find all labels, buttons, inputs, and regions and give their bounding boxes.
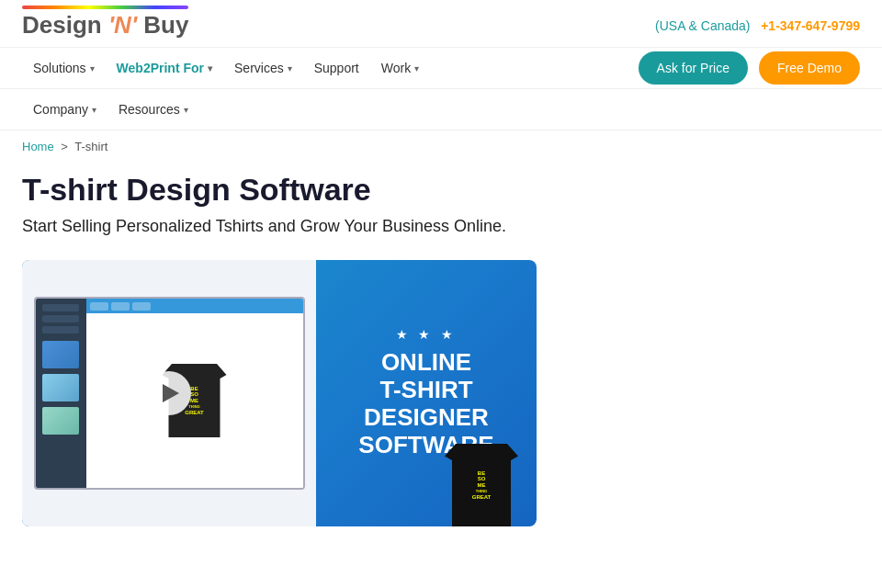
nav-row1: Solutions ▾ Web2Print For ▾ Services ▾ S… (0, 48, 882, 89)
hero-section: T-shirt Design Software Start Selling Pe… (0, 163, 882, 251)
hero-title: T-shirt Design Software (22, 172, 860, 208)
nav-row2: Company ▾ Resources ▾ (0, 89, 882, 130)
logo-rainbow (22, 6, 188, 9)
nav-company[interactable]: Company ▾ (22, 89, 107, 130)
screen-canvas: BESOMETHINGGREAT (86, 313, 303, 488)
sidebar-image-item (42, 341, 79, 368)
chevron-down-icon: ▾ (288, 63, 292, 74)
sidebar-item (42, 304, 79, 311)
nav-actions: Ask for Price Free Demo (639, 51, 860, 85)
banner-stars: ★ ★ ★ (396, 327, 458, 342)
play-button[interactable] (147, 371, 191, 415)
screen-toolbar (86, 299, 303, 313)
sidebar-item (42, 326, 79, 334)
breadcrumb-separator: > (61, 140, 68, 153)
chevron-down-icon: ▾ (208, 63, 212, 74)
contact-info: (USA & Canada) +1-347-647-9799 (655, 18, 860, 33)
bottom-tshirt-text: BESOMETHINGGREAT (472, 470, 492, 501)
laptop-mockup: BESOMETHINGGREAT (22, 260, 316, 526)
screen-sidebar (36, 299, 86, 488)
chevron-down-icon: ▾ (414, 63, 419, 74)
breadcrumb: Home > T-shirt (0, 130, 882, 163)
ask-price-button[interactable]: Ask for Price (639, 51, 748, 85)
contact-region: (USA & Canada) (655, 18, 751, 33)
contact-phone[interactable]: +1-347-647-9799 (761, 18, 860, 33)
sidebar-image-item (42, 407, 79, 435)
sidebar-image-item (42, 374, 79, 401)
chevron-down-icon: ▾ (90, 63, 95, 74)
logo[interactable]: Design 'N' Buy (22, 11, 188, 40)
toolbar-btn (111, 302, 130, 311)
nav-work[interactable]: Work ▾ (370, 48, 430, 88)
logo-design: Design (22, 11, 102, 39)
logo-buy: Buy (143, 11, 188, 39)
hero-subtitle: Start Selling Personalized Tshirts and G… (22, 217, 860, 236)
nav-resources[interactable]: Resources ▾ (107, 89, 199, 130)
screen-main: BESOMETHINGGREAT (86, 299, 303, 488)
play-icon (163, 384, 179, 402)
bottom-tshirt: BESOMETHINGGREAT (445, 444, 518, 526)
nav-support[interactable]: Support (303, 48, 370, 88)
nav-services[interactable]: Services ▾ (223, 48, 303, 88)
banner-headline: ONLINE T-SHIRT DESIGNER SOFTWARE (358, 349, 493, 459)
free-demo-button[interactable]: Free Demo (759, 51, 860, 85)
breadcrumb-home[interactable]: Home (22, 140, 54, 153)
nav-web2print[interactable]: Web2Print For ▾ (106, 48, 223, 88)
logo-n: 'N' (108, 11, 137, 39)
nav-solutions[interactable]: Solutions ▾ (22, 48, 106, 88)
nav-left: Solutions ▾ Web2Print For ▾ Services ▾ S… (22, 48, 639, 88)
chevron-down-icon: ▾ (92, 105, 96, 115)
top-bar: Design 'N' Buy (USA & Canada) +1-347-647… (0, 0, 882, 48)
breadcrumb-current: T-shirt (74, 140, 107, 153)
toolbar-btn (132, 302, 151, 311)
banner-right: ★ ★ ★ ONLINE T-SHIRT DESIGNER SOFTWARE B… (316, 260, 537, 526)
chevron-down-icon: ▾ (184, 105, 188, 115)
sidebar-item (42, 315, 79, 322)
banner-area[interactable]: BESOMETHINGGREAT ★ ★ ★ ONLINE T-SHIRT DE… (22, 260, 537, 526)
toolbar-btn (90, 302, 108, 311)
